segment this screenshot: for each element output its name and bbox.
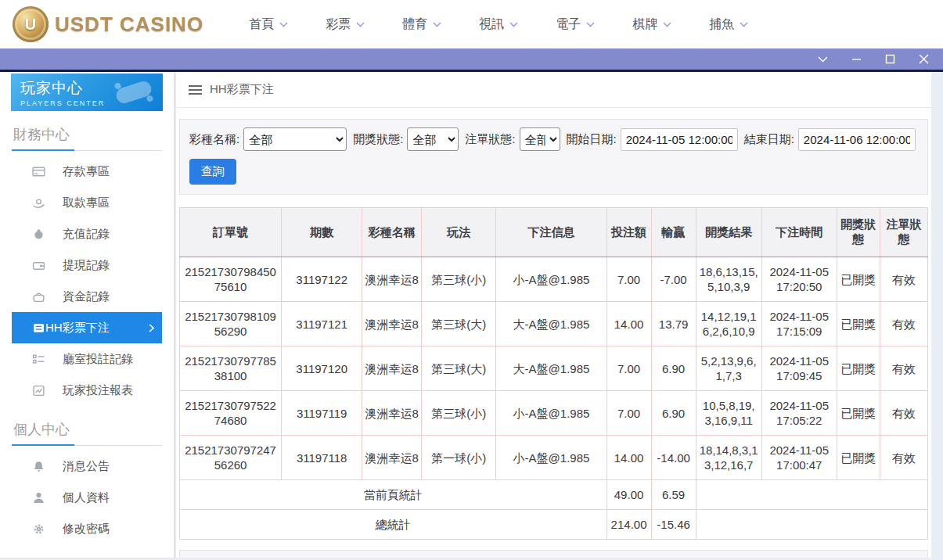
nav-menu-item[interactable]: 捕魚 [709, 16, 748, 33]
nav-menu-item[interactable]: 電子 [556, 16, 595, 33]
cell-bet-time: 2024-11-05 17:15:09 [761, 302, 837, 346]
start-date-input[interactable] [621, 128, 738, 151]
cell-bet-amount: 7.00 [606, 257, 651, 302]
cell-draw-status: 已開獎 [837, 302, 880, 346]
hamburger-icon[interactable] [189, 85, 202, 95]
cell-winloss: 6.90 [651, 391, 696, 436]
cell-bet-info: 大-A盤@1.985 [496, 346, 606, 391]
search-button[interactable]: 查詢 [189, 159, 236, 185]
lottery-name-select[interactable]: 全部 [243, 127, 347, 151]
window-minimize-icon[interactable] [851, 54, 862, 64]
page-summary-row: 當前頁統計 49.00 6.59 [180, 480, 928, 510]
cell-bet-time: 2024-11-05 17:20:50 [761, 257, 837, 302]
window-maximize-icon[interactable] [885, 54, 895, 64]
col-draw-status: 開獎狀態 [837, 208, 880, 257]
col-draw-result: 開獎結果 [696, 208, 761, 257]
section-title: 財務中心 [12, 125, 162, 150]
order-status-select[interactable]: 全部 [520, 127, 560, 151]
chevron-down-icon [356, 22, 365, 27]
cell-bet-info: 大-A盤@1.985 [496, 302, 606, 346]
col-bet-info: 下注信息 [496, 208, 606, 257]
bet-records-table: 訂單號 期數 彩種名稱 玩法 下注信息 投注額 輸贏 開獎結果 下注時間 開獎狀… [179, 207, 928, 540]
chevron-down-icon [509, 22, 518, 27]
cell-draw-result: 14,12,19,16,2,6,10,9 [696, 302, 761, 346]
sidebar-item-player-bet-report[interactable]: 玩家投注報表 [12, 375, 162, 406]
chevron-down-icon [740, 22, 748, 27]
col-winloss: 輸贏 [651, 208, 696, 257]
sidebar-item-label: 資金記錄 [63, 289, 110, 304]
cell-bet-info: 小-A盤@1.985 [496, 436, 606, 480]
nav-menu-item[interactable]: 體育 [402, 16, 441, 33]
cell-bet-amount: 7.00 [606, 346, 651, 391]
section-personal: 個人中心 [12, 420, 162, 446]
gear-icon [32, 522, 45, 536]
col-period: 期數 [282, 208, 362, 257]
hand-money-icon [32, 196, 45, 210]
table-header-row: 訂單號 期數 彩種名稱 玩法 下注信息 投注額 輸贏 開獎結果 下注時間 開獎狀… [180, 208, 928, 257]
purse-icon [32, 290, 45, 303]
draw-status-select[interactable]: 全部 [407, 127, 459, 151]
end-date-label: 結束日期: [744, 132, 794, 147]
col-bet-time: 下注時間 [761, 208, 837, 257]
sidebar-item-label: 取款專區 [63, 196, 110, 210]
sidebar-item-withdraw[interactable]: 取款專區 [12, 187, 162, 218]
nav-item-label: 捕魚 [709, 16, 734, 33]
summary-bet-amount: 214.00 [606, 510, 651, 540]
draw-status-label: 開獎狀態: [353, 132, 403, 147]
content-panel: HH彩票下注 彩種名稱: 全部 開獎狀態: 全部 注單狀態: 全部 開始日期: … [176, 72, 931, 558]
sidebar-item-room-bet-record[interactable]: 廳室投註記錄 [12, 343, 162, 375]
cell-draw-result: 18,6,13,15,5,10,3,9 [696, 257, 761, 302]
chevron-down-icon [663, 22, 671, 27]
sidebar-item-change-password[interactable]: 修改密碼 [12, 513, 162, 544]
summary-empty [696, 510, 927, 540]
sidebar-item-label: 修改密碼 [63, 522, 110, 537]
cell-draw-status: 已開獎 [837, 391, 880, 436]
nav-menu-item[interactable]: 視訊 [479, 16, 518, 33]
cell-winloss: 13.79 [651, 302, 696, 346]
summary-label: 當前頁統計 [180, 480, 607, 510]
col-bet-amount: 投注額 [606, 208, 651, 257]
window-close-icon[interactable] [919, 54, 929, 64]
sidebar-item-announcements[interactable]: 消息公告 [12, 451, 162, 482]
cell-period: 31197118 [282, 436, 362, 480]
chevron-right-icon [149, 324, 154, 332]
brand-logo[interactable]: U USDT CASINO [13, 6, 203, 42]
cell-draw-status: 已開獎 [837, 346, 880, 391]
cell-order-id: 2152173079752274680 [180, 391, 282, 436]
cell-lottery: 澳洲幸运8 [362, 391, 422, 436]
cell-order-status: 有效 [880, 346, 927, 391]
nav-item-label: 體育 [402, 16, 427, 33]
cell-play: 第一球(小) [422, 436, 496, 480]
nav-menu-item[interactable]: 彩票 [326, 16, 365, 33]
nav-item-label: 首頁 [249, 16, 274, 33]
cell-bet-amount: 7.00 [606, 391, 651, 436]
sidebar-item-funds-record[interactable]: 資金記錄 [12, 281, 162, 312]
cell-play: 第三球(小) [422, 391, 496, 436]
sidebar-item-profile[interactable]: 個人資料 [12, 482, 162, 513]
section-finance: 財務中心 [12, 125, 162, 151]
cell-order-id: 2152173079724756260 [180, 436, 282, 480]
nav-menu-item[interactable]: 棋牌 [632, 16, 671, 33]
top-bar: U USDT CASINO 首頁 彩票 體育 視訊 [0, 0, 943, 48]
nav-menu-item[interactable]: 首頁 [249, 16, 288, 33]
cell-order-id: 2152173079778538100 [180, 346, 282, 391]
sidebar-item-recharge-record[interactable]: 充值記錄 [12, 218, 162, 249]
sidebar-item-label: 玩家投注報表 [63, 383, 133, 398]
bet-list-icon [32, 321, 45, 335]
cell-winloss: -14.00 [651, 436, 696, 480]
page-title: HH彩票下注 [210, 82, 274, 97]
sidebar-item-deposit[interactable]: 存款專區 [12, 156, 162, 187]
sidebar-item-withdrawal-record[interactable]: 提現記錄 [12, 249, 162, 281]
wallet-icon [32, 259, 45, 272]
cell-bet-amount: 14.00 [606, 436, 651, 480]
sidebar-item-hh-lottery-bets[interactable]: HH彩票下注 [12, 312, 162, 343]
table-row: 2152173079845075610 31197122 澳洲幸运8 第三球(小… [180, 257, 928, 302]
coin-letter: U [25, 16, 36, 34]
end-date-input[interactable] [798, 128, 916, 151]
players-center-header: 玩家中心 PLAYERS CENTER [11, 74, 163, 111]
summary-empty [696, 480, 927, 510]
window-dropdown-icon[interactable] [818, 56, 828, 63]
cell-draw-status: 已開獎 [837, 436, 880, 480]
cell-lottery: 澳洲幸运8 [362, 302, 422, 346]
window-title-bar [0, 48, 943, 72]
